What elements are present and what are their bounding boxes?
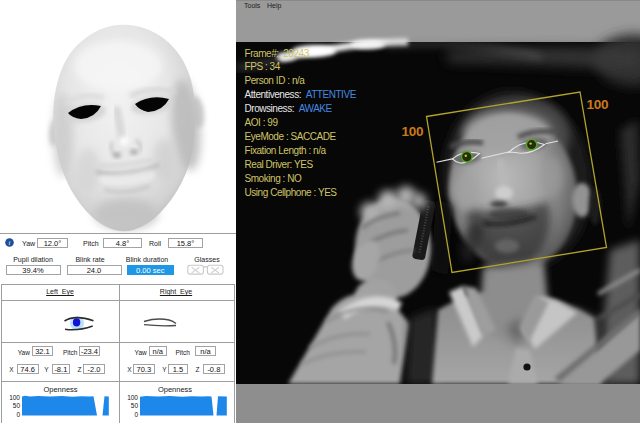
svg-text:Smoking : NO: Smoking : NO xyxy=(245,173,303,184)
svg-text:EyeMode : SACCADE: EyeMode : SACCADE xyxy=(245,131,337,142)
svg-text:0: 0 xyxy=(16,411,20,418)
svg-text:Using Cellphone : YES: Using Cellphone : YES xyxy=(245,187,338,198)
svg-text:Attentiveness: ATTENTIVE: Attentiveness: ATTENTIVE xyxy=(245,89,357,100)
svg-text:50: 50 xyxy=(13,402,21,409)
svg-text:100: 100 xyxy=(402,124,424,139)
svg-text:Fixation Length : n/a: Fixation Length : n/a xyxy=(245,145,327,156)
svg-text:100: 100 xyxy=(127,394,138,401)
svg-text:100: 100 xyxy=(9,394,20,401)
svg-text:AOI : 99: AOI : 99 xyxy=(245,117,279,128)
svg-text:50: 50 xyxy=(131,402,139,409)
svg-text:100: 100 xyxy=(587,97,609,112)
svg-text:Person ID : n/a: Person ID : n/a xyxy=(245,75,306,86)
svg-text:0: 0 xyxy=(134,411,138,418)
svg-text:Help: Help xyxy=(267,2,282,10)
svg-text:FPS : 34: FPS : 34 xyxy=(245,61,281,72)
svg-text:Drowsiness: AWAKE: Drowsiness: AWAKE xyxy=(245,103,333,114)
svg-text:Tools: Tools xyxy=(244,2,261,9)
svg-text:Real Driver: YES: Real Driver: YES xyxy=(245,159,314,170)
svg-text:i: i xyxy=(9,239,11,246)
svg-text:Frame#: 20243: Frame#: 20243 xyxy=(245,48,310,59)
